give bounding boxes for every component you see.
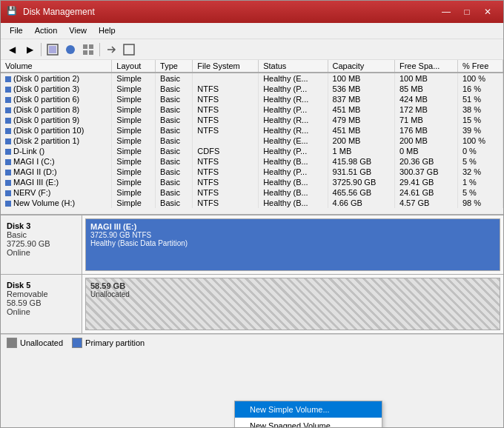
table-cell-6-1: Simple — [112, 136, 156, 146]
menu-file[interactable]: File — [4, 24, 29, 37]
table-cell-0-1: Simple — [112, 73, 156, 84]
table-container[interactable]: Volume Layout Type File System Status Ca… — [1, 60, 503, 214]
volume-icon — [5, 201, 11, 207]
table-cell-10-0: MAGI III (E:) — [1, 177, 112, 187]
table-cell-11-0: NERV (F:) — [1, 187, 112, 198]
disk-5-status: Online — [7, 307, 76, 316]
context-menu-item-0[interactable]: New Simple Volume... — [235, 401, 382, 418]
table-cell-12-1: Simple — [112, 198, 156, 208]
table-cell-1-3: NTFS — [193, 84, 259, 94]
forward-button[interactable]: ▶ — [21, 41, 38, 58]
table-cell-8-3: NTFS — [193, 156, 259, 167]
table-cell-2-2: Basic — [156, 94, 193, 104]
disk-5-type: Removable — [7, 290, 76, 298]
table-row[interactable]: NERV (F:)SimpleBasicNTFSHealthy (B...465… — [1, 187, 503, 198]
close-button[interactable]: ✕ — [478, 4, 497, 19]
volume-icon — [5, 159, 11, 165]
table-cell-6-5: 200 MB — [328, 136, 394, 146]
table-cell-6-0: (Disk 2 partition 1) — [1, 136, 112, 146]
col-type[interactable]: Type — [156, 60, 193, 73]
table-cell-2-6: 424 MB — [394, 94, 457, 104]
table-cell-10-3: NTFS — [193, 177, 259, 187]
table-cell-4-7: 15 % — [457, 115, 503, 125]
table-row[interactable]: (Disk 0 partition 3)SimpleBasicNTFSHealt… — [1, 84, 503, 94]
table-cell-3-5: 451 MB — [328, 104, 394, 115]
table-cell-0-4: Healthy (E... — [259, 73, 328, 84]
context-menu-item-1[interactable]: New Spagned Volume... — [235, 418, 382, 427]
table-cell-11-4: Healthy (B... — [259, 187, 328, 198]
table-row[interactable]: (Disk 0 partition 2)SimpleBasicHealthy (… — [1, 73, 503, 84]
table-cell-12-5: 4.66 GB — [328, 198, 394, 208]
col-layout[interactable]: Layout — [112, 60, 156, 73]
table-cell-9-6: 300.37 GB — [394, 167, 457, 177]
table-cell-5-7: 39 % — [457, 125, 503, 136]
table-cell-7-0: D-Link () — [1, 146, 112, 156]
menu-view[interactable]: View — [63, 24, 93, 37]
col-volume[interactable]: Volume — [1, 60, 112, 73]
table-cell-11-2: Basic — [156, 187, 193, 198]
table-cell-10-4: Healthy (B... — [259, 177, 328, 187]
toolbar-btn-4[interactable] — [103, 41, 119, 58]
table-cell-5-3: NTFS — [193, 125, 259, 136]
table-cell-7-4: Healthy (P... — [259, 146, 328, 156]
table-cell-2-5: 837 MB — [328, 94, 394, 104]
col-freespace[interactable]: Free Spa... — [394, 60, 457, 73]
table-row[interactable]: MAGI I (C:)SimpleBasicNTFSHealthy (B...4… — [1, 156, 503, 167]
table-cell-9-5: 931.51 GB — [328, 167, 394, 177]
table-row[interactable]: MAGI II (D:)SimpleBasicNTFSHealthy (P...… — [1, 167, 503, 177]
table-cell-8-2: Basic — [156, 156, 193, 167]
col-capacity[interactable]: Capacity — [328, 60, 394, 73]
toolbar-btn-5[interactable] — [121, 41, 137, 58]
table-cell-2-1: Simple — [112, 94, 156, 104]
table-cell-0-3 — [193, 73, 259, 84]
col-status[interactable]: Status — [259, 60, 328, 73]
col-pctfree[interactable]: % Free — [457, 60, 503, 73]
window-title: Disk Management — [23, 7, 437, 17]
table-row[interactable]: New Volume (H:)SimpleBasicNTFSHealthy (B… — [1, 198, 503, 208]
table-row[interactable]: (Disk 2 partition 1)SimpleBasicHealthy (… — [1, 136, 503, 146]
table-row[interactable]: (Disk 0 partition 6)SimpleBasicNTFSHealt… — [1, 94, 503, 104]
table-row[interactable]: D-Link ()SimpleBasicCDFSHealthy (P...1 M… — [1, 146, 503, 156]
toolbar-btn-3[interactable] — [80, 41, 96, 58]
table-cell-0-5: 100 MB — [328, 73, 394, 84]
table-row[interactable]: (Disk 0 partition 8)SimpleBasicNTFSHealt… — [1, 104, 503, 115]
disk-5-partitions: 58.59 GB Unallocated — [82, 275, 503, 333]
toolbar-btn-1[interactable] — [44, 41, 61, 58]
volume-icon — [5, 118, 11, 124]
table-cell-10-1: Simple — [112, 177, 156, 187]
bottom-panel: Disk 3 Basic 3725.90 GB Online MAGI III … — [1, 215, 503, 427]
volume-icon — [5, 107, 11, 113]
volume-icon — [5, 180, 11, 186]
legend: Unallocated Primary partition — [1, 334, 503, 351]
menu-action[interactable]: Action — [29, 24, 64, 37]
table-row[interactable]: MAGI III (E:)SimpleBasicNTFSHealthy (B..… — [1, 177, 503, 187]
minimize-button[interactable]: — — [437, 4, 456, 19]
table-cell-3-1: Simple — [112, 104, 156, 115]
disk-3-label: Disk 3 Basic 3725.90 GB Online — [1, 215, 82, 274]
table-row[interactable]: (Disk 0 partition 9)SimpleBasicNTFSHealt… — [1, 115, 503, 125]
maximize-button[interactable]: □ — [457, 4, 477, 19]
toolbar-btn-2[interactable] — [62, 41, 79, 58]
table-cell-11-1: Simple — [112, 187, 156, 198]
table-cell-3-2: Basic — [156, 104, 193, 115]
table-cell-10-6: 29.41 GB — [394, 177, 457, 187]
table-cell-7-2: Basic — [156, 146, 193, 156]
legend-unallocated-label: Unallocated — [20, 338, 63, 347]
svg-rect-1 — [49, 46, 56, 53]
disk-3-partition-1[interactable]: MAGI III (E:) 3725.90 GB NTFS Healthy (B… — [85, 218, 500, 271]
disk-5-partition-1[interactable]: 58.59 GB Unallocated — [85, 278, 500, 330]
table-cell-2-7: 51 % — [457, 94, 503, 104]
top-panel: Volume Layout Type File System Status Ca… — [1, 60, 503, 215]
back-button[interactable]: ◀ — [4, 41, 20, 58]
menu-help[interactable]: Help — [93, 24, 122, 37]
table-cell-6-4: Healthy (E... — [259, 136, 328, 146]
table-cell-3-3: NTFS — [193, 104, 259, 115]
table-cell-11-7: 5 % — [457, 187, 503, 198]
table-cell-7-6: 0 MB — [394, 146, 457, 156]
table-cell-10-2: Basic — [156, 177, 193, 187]
disk-3-part-1-size: 3725.90 GB NTFS — [90, 231, 495, 239]
table-row[interactable]: (Disk 0 partition 10)SimpleBasicNTFSHeal… — [1, 125, 503, 136]
table-cell-8-4: Healthy (B... — [259, 156, 328, 167]
table-cell-4-6: 71 MB — [394, 115, 457, 125]
col-filesystem[interactable]: File System — [193, 60, 259, 73]
